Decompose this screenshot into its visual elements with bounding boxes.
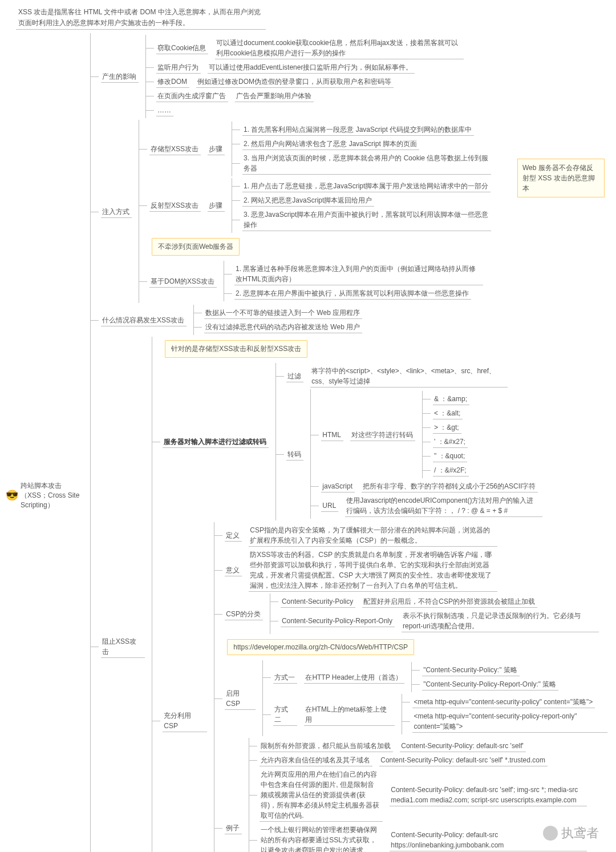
eg1-k: 限制所有外部资源，都只能从当前域名加载 <box>260 740 393 752</box>
csp-cat-a: Content-Security-Policy <box>281 595 355 608</box>
way1[interactable]: 方式一 <box>273 671 297 684</box>
impact-dom[interactable]: 修改DOM <box>156 75 189 88</box>
impact-cookie-desc: 可以通过document.cookie获取cookie信息，然后利用ajax发送… <box>215 37 464 59</box>
steps-label: 步骤 <box>208 199 225 212</box>
refl-s1: 1. 用户点击了恶意链接，恶意JavaScript脚本属于用户发送给网站请求中的… <box>242 180 491 192</box>
csp-sig[interactable]: 意义 <box>225 564 242 576</box>
filter[interactable]: 过滤 <box>286 370 303 382</box>
root-emoji-icon: 😎 <box>6 488 18 503</box>
impact-listen-desc: 可以通过使用addEventListener接口监听用户行为，例如鼠标事件。 <box>208 61 415 74</box>
way1-v: 在HTTP Header上使用（首选） <box>304 671 404 684</box>
eg3-k: 允许网页应用的用户在他们自己的内容中包含来自任何源的图片, 但是限制音频或视频需… <box>260 768 383 822</box>
when-a: 数据从一个不可靠的链接进入到一个 Web 应用程序 <box>204 306 362 319</box>
encode-html-desc: 对这些字符进行转码 <box>350 429 415 441</box>
watermark: 执鸢者 <box>543 825 599 842</box>
csp-sig-v: 防XSS等攻击的利器。CSP 的实质就是白名单制度，开发者明确告诉客户端，哪些外… <box>249 548 497 592</box>
enc-ap: ' ：&#x27; <box>433 435 468 448</box>
csp-cat[interactable]: CSP的分类 <box>225 608 263 620</box>
enc-qt: " ：&quot; <box>433 450 467 462</box>
eg4-k: 一个线上银行网站的管理者想要确保网站的所有内容都要通过SSL方式获取，以避免攻击… <box>260 823 383 852</box>
way1-b: "Content-Security-Policy-Report-Only:" 策… <box>422 678 558 691</box>
encode-url-desc: 使用Javascript的encodeURIComponent()方法对用户的输… <box>345 494 542 517</box>
dom-s2: 2. 恶意脚本在用户界面中被执行，从而黑客就可以利用该脚本做一些恶意操作 <box>234 287 471 300</box>
refl-s3: 3. 恶意JavaScript脚本在用户页面中被执行时，黑客就可以利用该脚本做一… <box>242 208 491 231</box>
eg3-v: Content-Security-Policy: default-src 'se… <box>390 784 587 806</box>
filter-desc: 将字符中的<script>、<style>、<link>、<meta>、src、… <box>310 365 508 387</box>
dom-s1: 1. 黑客通过各种手段将恶意脚本注入到用户的页面中（例如通过网络劫持从而修改HT… <box>234 263 483 285</box>
wechat-icon <box>543 826 558 841</box>
root-title: 跨站脚本攻击（XSS；Cross Site Scripting） <box>21 481 86 510</box>
csp-enable[interactable]: 启用CSP <box>225 687 256 710</box>
enc-lt: < ：&alt; <box>433 407 463 419</box>
csp-def-v: CSP指的是内容安全策略，为了缓解很大一部分潜在的跨站脚本问题，浏览器的扩展程序… <box>249 524 497 547</box>
encode-html[interactable]: HTML <box>321 429 343 441</box>
csp-def[interactable]: 定义 <box>225 529 242 542</box>
impact-node[interactable]: 产生的影响 <box>101 70 139 83</box>
csp-cat-b-v: 表示不执行限制选项，只是记录违反限制的行为。它必须与report-uri选项配合… <box>402 609 599 632</box>
way2-b: <meta http-equiv="content-security-polic… <box>412 710 607 733</box>
eg1-v: Content-Security-Policy: default-src 'se… <box>400 740 526 752</box>
impact-ad-desc: 广告会严重影响用户体验 <box>235 90 314 102</box>
inject-stored[interactable]: 存储型XSS攻击 <box>149 143 201 155</box>
inject-dom[interactable]: 基于DOM的XSS攻击 <box>149 275 217 288</box>
enc-amp: & ：&amp; <box>433 393 469 405</box>
side-note-reflected: Web 服务器不会存储反射型 XSS 攻击的恶意脚本 <box>517 159 605 197</box>
watermark-text: 执鸢者 <box>561 825 599 842</box>
steps-label: 步骤 <box>208 143 225 155</box>
impact-ad[interactable]: 在页面内生成浮窗广告 <box>156 90 228 102</box>
encode-js-desc: 把所有非字母、数字的字符都转义成小于256的ASCII字符 <box>362 480 538 492</box>
encode[interactable]: 转码 <box>286 448 303 461</box>
impact-cookie[interactable]: 窃取Cookie信息 <box>156 42 208 54</box>
note-server-target: 针对的是存储型XSS攻击和反射型XSS攻击 <box>165 340 307 358</box>
intro-text: XSS 攻击是指黑客往 HTML 文件中或者 DOM 中注入恶意脚本，从而在用户… <box>16 6 266 30</box>
eg2-k: 允许内容来自信任的域名及其子域名 <box>260 754 372 766</box>
root-node[interactable]: 😎 跨站脚本攻击（XSS；Cross Site Scripting） <box>6 481 90 510</box>
refl-s2: 2. 网站又把恶意JavaScript脚本返回给用户 <box>242 194 374 207</box>
inject-node[interactable]: 注入方式 <box>101 205 132 218</box>
impact-listen[interactable]: 监听用户行为 <box>156 61 201 74</box>
note-no-server: 不牵涉到页面Web服务器 <box>152 238 240 256</box>
encode-url[interactable]: URL <box>321 499 338 512</box>
csp-eg[interactable]: 例子 <box>225 822 242 834</box>
prevent-node[interactable]: 阻止XSS攻击 <box>101 635 145 658</box>
encode-js[interactable]: javaScript <box>321 480 355 492</box>
inject-reflected[interactable]: 反射型XSS攻击 <box>149 199 201 212</box>
csp-cat-b: Content-Security-Policy-Report-Only <box>281 615 395 627</box>
enc-sl: / ：&#x2F; <box>433 464 469 477</box>
way2[interactable]: 方式二 <box>273 703 297 726</box>
csp-cat-a-v: 配置好并启用后，不符合CSP的外部资源就会被阻止加载 <box>362 595 537 608</box>
enc-gt: > ：&gt; <box>433 421 461 434</box>
stored-s3: 3. 当用户浏览该页面的时候，恶意脚本就会将用户的 Cookie 信息等数据上传… <box>242 152 491 175</box>
way1-a: "Content-Security-Policy:" 策略 <box>422 664 520 676</box>
when-b: 没有过滤掉恶意代码的动态内容被发送给 Web 用户 <box>204 321 362 333</box>
note-csp-url[interactable]: https://developer.mozilla.org/zh-CN/docs… <box>227 639 414 655</box>
eg2-v: Content-Security-Policy: default-src 'se… <box>379 754 548 766</box>
impact-etc: …… <box>156 104 173 116</box>
stored-s2: 2. 然后用户向网站请求包含了恶意 JavaScript 脚本的页面 <box>242 138 419 150</box>
stored-s1: 1. 首先黑客利用站点漏洞将一段恶意 JavaScript 代码提交到网站的数据… <box>242 123 474 136</box>
impact-dom-desc: 例如通过修改DOM伪造假的登录窗口，从而获取用户名和密码等 <box>196 75 394 88</box>
when-node[interactable]: 什么情况容易发生XSS攻击 <box>101 314 187 326</box>
prevent-csp[interactable]: 充分利用CSP <box>163 709 207 732</box>
way2-v: 在HTML上的meta标签上使用 <box>304 703 395 726</box>
prevent-server[interactable]: 服务器对输入脚本进行过滤或转码 <box>163 435 269 448</box>
way2-a: <meta http-equiv="content-security-polic… <box>412 696 595 708</box>
